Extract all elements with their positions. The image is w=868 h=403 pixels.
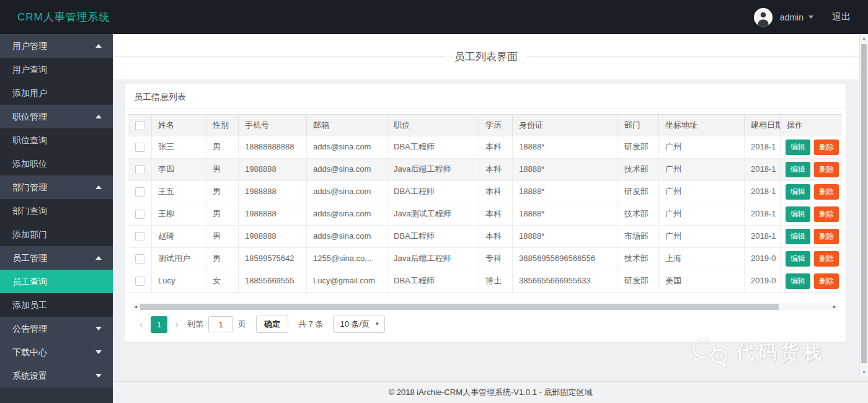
table-cell: 市场部	[618, 226, 659, 247]
column-header: 邮箱	[307, 115, 388, 136]
delete-button[interactable]: 删除	[814, 273, 839, 289]
sidebar-item-label: 用户查询	[12, 64, 47, 74]
delete-button[interactable]: 删除	[814, 251, 839, 267]
sidebar-item[interactable]: 添加用户	[0, 81, 113, 105]
row-checkbox[interactable]	[135, 232, 144, 241]
row-checkbox[interactable]	[135, 187, 144, 197]
table-row: 测试用户男185995756421255@sina.co...Java后端工程师…	[128, 248, 842, 270]
column-header	[128, 115, 152, 136]
select-all-checkbox[interactable]	[135, 121, 144, 130]
edit-button[interactable]: 编辑	[786, 273, 810, 289]
page-size-select[interactable]: 10 条/页	[333, 316, 385, 333]
sidebar-item[interactable]: 员工查询	[0, 270, 113, 293]
goto-prefix-label: 到第	[187, 319, 203, 330]
table-cell: 男	[206, 226, 239, 247]
edit-button[interactable]: 编辑	[786, 229, 810, 244]
footer: © 2018 iArchie-CRM人事管理系统-V1.0.1 - 底部固定区域	[113, 381, 868, 403]
table-cell: Java后端工程师	[388, 159, 479, 180]
table-cell: 编辑删除	[781, 270, 842, 292]
current-page-button[interactable]: 1	[151, 316, 167, 333]
user-avatar[interactable]	[754, 8, 773, 27]
table-cell: adds@sina.com	[307, 226, 388, 247]
user-menu[interactable]: admin	[780, 12, 813, 22]
table-cell	[128, 270, 152, 292]
sidebar-item[interactable]: 添加员工	[0, 293, 113, 317]
footer-text: © 2018 iArchie-CRM人事管理系统-V1.0.1 - 底部固定区域	[389, 388, 593, 397]
table-cell: 1988888	[239, 159, 307, 180]
app-title: CRM人事管理系统	[17, 10, 110, 24]
prev-page-button[interactable]: ‹	[136, 316, 147, 332]
row-checkbox[interactable]	[135, 277, 144, 286]
scroll-right-icon[interactable]	[831, 303, 838, 311]
sidebar-item[interactable]: 下载中心	[0, 340, 113, 364]
delete-button[interactable]: 删除	[814, 229, 839, 244]
pagination: ‹ 1 › 到第 页 确定 共 7 条 10 条/页	[136, 316, 842, 333]
next-page-button[interactable]: ›	[171, 316, 182, 332]
table-cell: 男	[206, 248, 239, 270]
sidebar-item[interactable]: 职位管理	[0, 105, 113, 128]
sidebar-item[interactable]: 员工管理	[0, 246, 113, 270]
table-cell: 18888888888	[239, 136, 307, 158]
table-cell: 美国	[659, 270, 745, 292]
edit-button[interactable]: 编辑	[786, 140, 810, 155]
employee-table: 姓名性别手机号邮箱职位学历身份证部门坐标地址建档日期操作张三男188888888…	[128, 114, 842, 293]
delete-button[interactable]: 删除	[814, 140, 839, 155]
scroll-left-icon[interactable]	[132, 303, 140, 311]
v-scroll-thumb[interactable]	[861, 44, 867, 363]
delete-button[interactable]: 删除	[814, 184, 839, 200]
sidebar-item[interactable]: 用户管理	[0, 34, 113, 58]
table-cell: 本科	[479, 203, 513, 225]
sidebar-item[interactable]: 系统设置	[0, 364, 113, 388]
table-cell: 李四	[152, 159, 206, 180]
sidebar-item[interactable]: 添加职位	[0, 152, 113, 175]
row-checkbox[interactable]	[135, 254, 144, 264]
app-header: CRM人事管理系统 admin 退出	[0, 0, 868, 34]
chevron-up-icon	[95, 185, 102, 189]
delete-button[interactable]: 删除	[814, 206, 839, 222]
h-scroll-thumb[interactable]	[140, 304, 779, 310]
row-checkbox[interactable]	[135, 210, 144, 219]
scroll-down-icon[interactable]	[860, 368, 868, 377]
sidebar-item-label: 添加用户	[12, 88, 47, 98]
scrollbar-vertical[interactable]	[859, 34, 868, 377]
column-header: 姓名	[152, 115, 206, 136]
column-header: 部门	[618, 115, 659, 136]
divider-line	[113, 56, 446, 57]
table-cell: 专科	[479, 248, 513, 270]
edit-button[interactable]: 编辑	[786, 251, 810, 267]
sidebar-item-label: 职位查询	[12, 135, 47, 145]
table-row: Lucy女18855669555Lucy@gmail.comDBA工程师博士38…	[128, 270, 842, 293]
row-checkbox[interactable]	[135, 165, 144, 174]
chevron-up-icon	[95, 115, 102, 118]
sidebar-item[interactable]: 添加部门	[0, 223, 113, 246]
edit-button[interactable]: 编辑	[786, 206, 810, 222]
table-cell: 编辑删除	[781, 203, 842, 225]
sidebar-item[interactable]: 部门查询	[0, 199, 113, 223]
delete-button[interactable]: 删除	[814, 162, 839, 177]
edit-button[interactable]: 编辑	[786, 162, 810, 177]
edit-button[interactable]: 编辑	[786, 184, 810, 200]
sidebar-item[interactable]: 公告管理	[0, 317, 113, 340]
table-cell: 3856655666955633	[513, 270, 618, 292]
table-cell: 2018-1	[745, 181, 781, 203]
sidebar-item[interactable]: 部门管理	[0, 175, 113, 199]
table-cell: 研发部	[618, 181, 659, 203]
table-cell	[128, 181, 152, 203]
table-cell: Lucy@gmail.com	[307, 270, 388, 292]
scrollbar-horizontal[interactable]	[132, 303, 838, 311]
sidebar-item[interactable]: 职位查询	[0, 128, 113, 152]
panel-title: 员工信息列表	[125, 84, 846, 109]
scroll-up-icon[interactable]	[860, 34, 868, 43]
total-count-label: 共 7 条	[298, 319, 323, 330]
table-cell	[128, 203, 152, 225]
confirm-button[interactable]: 确定	[256, 316, 288, 333]
header-right: admin 退出	[754, 8, 851, 27]
goto-page-input[interactable]	[208, 316, 233, 332]
sidebar-item[interactable]: 用户查询	[0, 58, 113, 81]
logout-link[interactable]: 退出	[832, 11, 851, 23]
divider-line	[526, 56, 859, 57]
table-cell: 广州	[659, 226, 745, 247]
row-checkbox[interactable]	[135, 143, 144, 152]
table-cell: 广州	[659, 203, 745, 225]
chevron-down-icon	[95, 327, 102, 330]
